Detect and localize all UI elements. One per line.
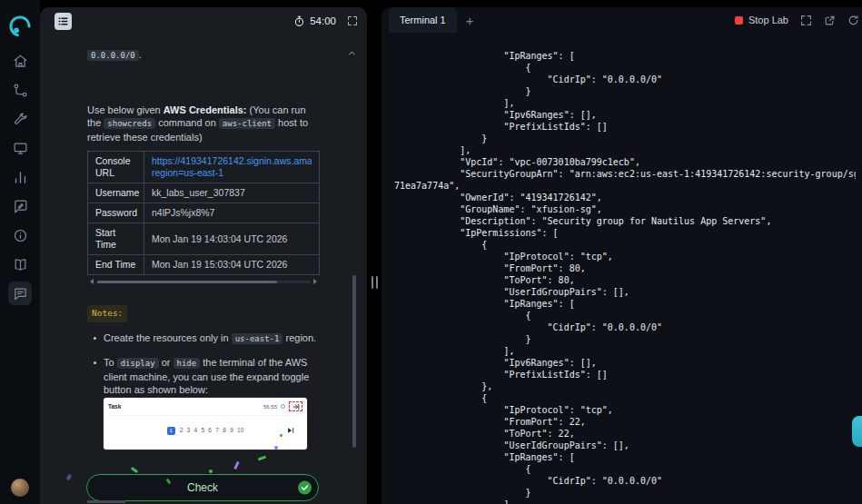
cidr-code-chip: 0.0.0.0/0 <box>87 50 139 61</box>
row-label: Start Time <box>88 223 144 255</box>
scroll-right-arrow-icon[interactable] <box>313 279 320 284</box>
kodekloud-logo[interactable] <box>7 14 33 39</box>
monitor-icon[interactable] <box>8 136 32 160</box>
refresh-icon <box>847 15 859 26</box>
notes-label: Notes: <box>87 305 127 322</box>
app-sidebar <box>0 0 40 504</box>
aws-credentials-label: AWS Credentials: <box>163 104 247 115</box>
instructions-header: 54:00 <box>40 7 367 35</box>
stop-icon <box>735 16 743 25</box>
stopwatch-icon <box>293 15 305 27</box>
display-code-chip: display <box>117 358 159 369</box>
aws-client-code-chip: aws-client <box>219 118 275 129</box>
bar-chart-icon[interactable] <box>8 165 32 189</box>
expand-toggle-highlight <box>289 401 302 411</box>
row-label: Username <box>88 183 144 203</box>
clipped-next-section <box>87 500 125 503</box>
username-value: kk_labs_user_307837 <box>144 183 320 203</box>
table-row: Password n4lPJs%jx8%7 <box>88 203 320 223</box>
home-icon[interactable] <box>8 49 32 73</box>
confetti-particle <box>274 446 278 450</box>
mini-pagination: 1 2 3 4 5 6 7 8 9 10 <box>104 424 307 438</box>
check-success-icon <box>298 481 312 495</box>
row-label: Console URL <box>88 152 144 183</box>
chevron-up-icon[interactable] <box>347 45 357 62</box>
mini-timer-value: 56:55 <box>263 400 277 414</box>
table-row: Console URL https://419341726142.signin.… <box>88 152 320 183</box>
panel-expand-icon <box>292 403 300 410</box>
feedback-icon[interactable] <box>8 194 32 218</box>
timer-value: 54:00 <box>310 15 336 26</box>
mini-clock-icon <box>281 404 285 409</box>
panel-resize-handle[interactable] <box>369 275 380 290</box>
restart-terminal-button[interactable] <box>847 15 859 26</box>
floating-chat-button[interactable] <box>852 416 862 447</box>
table-row: Username kk_labs_user_307837 <box>88 183 320 203</box>
terminal-output[interactable]: "IpRanges": [ { "CidrIp": "0.0.0.0/0" } … <box>394 50 856 504</box>
confetti-particle <box>258 456 266 461</box>
terminal-panel: Terminal 1 + Stop Lab "Ip <box>381 7 862 504</box>
confetti-particle <box>131 467 138 473</box>
new-terminal-button[interactable]: + <box>466 14 474 27</box>
scroll-left-arrow-icon[interactable] <box>87 279 94 284</box>
check-button-label: Check <box>187 481 218 494</box>
password-value: n4lPJs%jx8%7 <box>144 203 320 223</box>
end-time-value: Mon Jan 19 15:03:04 UTC 2026 <box>144 255 320 275</box>
console-url-link[interactable]: region=us-east-1 <box>152 167 312 179</box>
start-time-value: Mon Jan 19 14:03:04 UTC 2026 <box>144 223 320 255</box>
stop-lab-button[interactable]: Stop Lab <box>735 15 788 25</box>
wrench-icon[interactable] <box>8 107 32 131</box>
user-avatar[interactable] <box>11 479 29 497</box>
confetti-particle <box>233 461 240 469</box>
stop-lab-label: Stop Lab <box>748 15 788 25</box>
open-new-window-button[interactable] <box>824 15 836 26</box>
instructions-panel: 54:00 0.0.0.0/0. Use below given AWS Cre… <box>40 7 367 504</box>
next-page-icon <box>287 427 294 434</box>
external-link-icon <box>824 15 836 26</box>
scrollbar-thumb[interactable] <box>97 281 277 283</box>
table-row: End Time Mon Jan 19 15:03:04 UTC 2026 <box>88 255 320 275</box>
mini-current-page: 1 <box>167 427 175 435</box>
maximize-icon <box>800 15 812 26</box>
lab-timer: 54:00 <box>293 15 336 27</box>
credentials-table: Console URL https://419341726142.signin.… <box>87 151 320 275</box>
check-button[interactable]: Check <box>86 474 319 501</box>
row-label: Password <box>88 203 144 223</box>
confetti-particle <box>209 469 213 473</box>
terminal-actions: Stop Lab <box>735 15 862 26</box>
mini-page-numbers: 2 3 4 5 6 7 8 9 10 <box>180 424 244 438</box>
region-code-chip: us-east-1 <box>232 333 283 344</box>
book-icon[interactable] <box>8 252 32 276</box>
hide-code-chip: hide <box>173 358 201 369</box>
panel-vertical-scrollbar[interactable] <box>352 275 356 448</box>
panel-fullscreen-button[interactable] <box>347 15 358 26</box>
instructions-body: 0.0.0.0/0. Use below given AWS Credentia… <box>40 35 367 450</box>
scrolled-text-fragment: 0.0.0.0/0. <box>87 48 320 63</box>
table-horizontal-scrollbar[interactable] <box>87 278 320 285</box>
terminal-tab-bar: Terminal 1 + Stop Lab <box>381 7 862 33</box>
chat-icon[interactable] <box>8 282 32 305</box>
maximize-terminal-button[interactable] <box>800 15 812 26</box>
row-label: End Time <box>88 255 144 275</box>
note-item: To display or hide the terminal of the A… <box>87 356 320 450</box>
console-url-link[interactable]: https://419341726142.signin.aws.amazo <box>152 155 312 167</box>
note-item: Create the resources only in us-east-1 r… <box>87 331 320 346</box>
info-icon[interactable] <box>8 223 32 247</box>
confetti-particle <box>280 434 282 437</box>
confetti-particle <box>66 473 73 480</box>
table-row: Start Time Mon Jan 19 14:03:04 UTC 2026 <box>88 223 320 255</box>
notes-list: Create the resources only in us-east-1 r… <box>87 331 320 450</box>
mini-task-label: Task <box>108 400 121 414</box>
credentials-intro: Use below given AWS Credentials: (You ca… <box>87 104 320 144</box>
terminal-tab[interactable]: Terminal 1 <box>389 7 457 33</box>
embedded-screenshot: Task 56:55 1 2 3 4 5 6 7 8 9 10 <box>104 398 307 450</box>
question-list-button[interactable] <box>54 13 72 30</box>
showcreds-code-chip: showcreds <box>104 118 155 129</box>
workflow-icon[interactable] <box>8 78 32 102</box>
